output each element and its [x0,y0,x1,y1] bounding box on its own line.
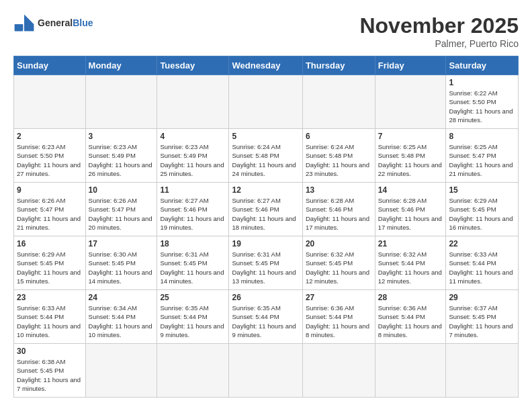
calendar-day-empty [375,75,446,129]
weekday-header-wednesday: Wednesday [229,56,302,75]
day-info: Sunrise: 6:35 AM Sunset: 5:44 PM Dayligh… [232,304,299,339]
title-block: November 2025 Palmer, Puerto Rico [359,13,519,49]
calendar-day-14: 14Sunrise: 6:28 AM Sunset: 5:46 PM Dayli… [375,183,446,236]
calendar-day-empty [157,344,229,398]
weekday-header-tuesday: Tuesday [157,56,229,75]
weekday-header-saturday: Saturday [446,56,519,75]
day-number: 26 [232,293,299,302]
calendar-day-19: 19Sunrise: 6:31 AM Sunset: 5:45 PM Dayli… [229,236,302,290]
calendar-day-16: 16Sunrise: 6:29 AM Sunset: 5:45 PM Dayli… [14,236,86,290]
day-info: Sunrise: 6:34 AM Sunset: 5:44 PM Dayligh… [89,304,154,339]
weekday-header-sunday: Sunday [14,56,86,75]
calendar-day-3: 3Sunrise: 6:23 AM Sunset: 5:49 PM Daylig… [85,129,157,183]
day-info: Sunrise: 6:25 AM Sunset: 5:47 PM Dayligh… [449,142,515,178]
month-title: November 2025 [359,13,519,38]
calendar-day-empty [85,344,157,398]
day-number: 28 [378,293,443,302]
weekday-header-monday: Monday [85,56,157,75]
calendar-day-12: 12Sunrise: 6:27 AM Sunset: 5:46 PM Dayli… [229,183,302,236]
day-info: Sunrise: 6:27 AM Sunset: 5:46 PM Dayligh… [160,196,226,232]
day-info: Sunrise: 6:23 AM Sunset: 5:49 PM Dayligh… [160,142,226,178]
header: GeneralBlue November 2025 Palmer, Puerto… [13,13,519,49]
day-number: 15 [449,185,515,195]
day-number: 8 [449,132,515,141]
day-number: 13 [306,185,372,195]
day-number: 19 [232,239,299,248]
calendar-day-30: 30Sunrise: 6:38 AM Sunset: 5:45 PM Dayli… [14,344,86,398]
day-number: 3 [89,132,154,141]
calendar-day-27: 27Sunrise: 6:36 AM Sunset: 5:44 PM Dayli… [302,290,375,344]
calendar-day-26: 26Sunrise: 6:35 AM Sunset: 5:44 PM Dayli… [229,290,302,344]
calendar-day-29: 29Sunrise: 6:37 AM Sunset: 5:45 PM Dayli… [446,290,519,344]
svg-rect-3 [15,24,24,31]
day-info: Sunrise: 6:29 AM Sunset: 5:45 PM Dayligh… [449,196,515,232]
day-info: Sunrise: 6:35 AM Sunset: 5:44 PM Dayligh… [160,304,226,339]
calendar-day-4: 4Sunrise: 6:23 AM Sunset: 5:49 PM Daylig… [157,129,229,183]
day-number: 18 [160,239,226,248]
svg-marker-2 [24,24,34,31]
logo-blue: Blue [73,17,93,28]
calendar-day-empty [229,75,302,129]
day-number: 24 [89,293,154,302]
day-info: Sunrise: 6:24 AM Sunset: 5:48 PM Dayligh… [232,142,299,178]
day-info: Sunrise: 6:33 AM Sunset: 5:44 PM Dayligh… [17,304,83,339]
calendar-day-empty [375,344,446,398]
day-info: Sunrise: 6:32 AM Sunset: 5:45 PM Dayligh… [306,250,372,285]
day-number: 21 [378,239,443,248]
day-number: 10 [89,185,154,195]
logo: GeneralBlue [13,13,93,32]
calendar-day-empty [302,344,375,398]
weekday-header-friday: Friday [375,56,446,75]
calendar-day-10: 10Sunrise: 6:26 AM Sunset: 5:47 PM Dayli… [85,183,157,236]
day-number: 17 [89,239,154,248]
calendar-day-28: 28Sunrise: 6:36 AM Sunset: 5:44 PM Dayli… [375,290,446,344]
weekday-header-thursday: Thursday [302,56,375,75]
day-number: 14 [378,185,443,195]
calendar-row-0: 1Sunrise: 6:22 AM Sunset: 5:50 PM Daylig… [14,75,519,129]
day-info: Sunrise: 6:24 AM Sunset: 5:48 PM Dayligh… [306,142,372,178]
day-number: 30 [17,347,83,356]
day-info: Sunrise: 6:36 AM Sunset: 5:44 PM Dayligh… [306,304,372,339]
calendar-day-2: 2Sunrise: 6:23 AM Sunset: 5:50 PM Daylig… [14,129,86,183]
day-info: Sunrise: 6:26 AM Sunset: 5:47 PM Dayligh… [89,196,154,232]
day-info: Sunrise: 6:29 AM Sunset: 5:45 PM Dayligh… [17,250,83,285]
day-info: Sunrise: 6:31 AM Sunset: 5:45 PM Dayligh… [232,250,299,285]
calendar-day-empty [157,75,229,129]
calendar-day-empty [85,75,157,129]
calendar-day-23: 23Sunrise: 6:33 AM Sunset: 5:44 PM Dayli… [14,290,86,344]
day-number: 22 [449,239,515,248]
day-info: Sunrise: 6:28 AM Sunset: 5:46 PM Dayligh… [378,196,443,232]
calendar-day-9: 9Sunrise: 6:26 AM Sunset: 5:47 PM Daylig… [14,183,86,236]
calendar-container: GeneralBlue November 2025 Palmer, Puerto… [0,0,532,411]
day-number: 5 [232,132,299,141]
calendar-day-21: 21Sunrise: 6:32 AM Sunset: 5:44 PM Dayli… [375,236,446,290]
day-info: Sunrise: 6:38 AM Sunset: 5:45 PM Dayligh… [17,357,83,393]
day-info: Sunrise: 6:25 AM Sunset: 5:48 PM Dayligh… [378,142,443,178]
day-info: Sunrise: 6:23 AM Sunset: 5:49 PM Dayligh… [89,142,154,178]
calendar-day-1: 1Sunrise: 6:22 AM Sunset: 5:50 PM Daylig… [446,75,519,129]
calendar-day-13: 13Sunrise: 6:28 AM Sunset: 5:46 PM Dayli… [302,183,375,236]
day-number: 1 [449,78,515,87]
day-number: 11 [160,185,226,195]
calendar-row-1: 2Sunrise: 6:23 AM Sunset: 5:50 PM Daylig… [14,129,519,183]
day-info: Sunrise: 6:36 AM Sunset: 5:44 PM Dayligh… [378,304,443,339]
day-number: 6 [306,132,372,141]
calendar-day-22: 22Sunrise: 6:33 AM Sunset: 5:44 PM Dayli… [446,236,519,290]
day-info: Sunrise: 6:31 AM Sunset: 5:45 PM Dayligh… [160,250,226,285]
calendar-day-17: 17Sunrise: 6:30 AM Sunset: 5:45 PM Dayli… [85,236,157,290]
logo-general: General [38,17,73,28]
logo-icon [13,13,35,32]
day-number: 16 [17,239,83,248]
day-number: 9 [17,185,83,195]
day-info: Sunrise: 6:37 AM Sunset: 5:45 PM Dayligh… [449,304,515,339]
calendar-row-4: 23Sunrise: 6:33 AM Sunset: 5:44 PM Dayli… [14,290,519,344]
calendar-row-5: 30Sunrise: 6:38 AM Sunset: 5:45 PM Dayli… [14,344,519,398]
location: Palmer, Puerto Rico [359,38,519,49]
day-info: Sunrise: 6:32 AM Sunset: 5:44 PM Dayligh… [378,250,443,285]
day-number: 2 [17,132,83,141]
calendar-day-24: 24Sunrise: 6:34 AM Sunset: 5:44 PM Dayli… [85,290,157,344]
day-info: Sunrise: 6:28 AM Sunset: 5:46 PM Dayligh… [306,196,372,232]
day-number: 23 [17,293,83,302]
calendar-day-empty [302,75,375,129]
weekday-header-row: SundayMondayTuesdayWednesdayThursdayFrid… [14,56,519,75]
